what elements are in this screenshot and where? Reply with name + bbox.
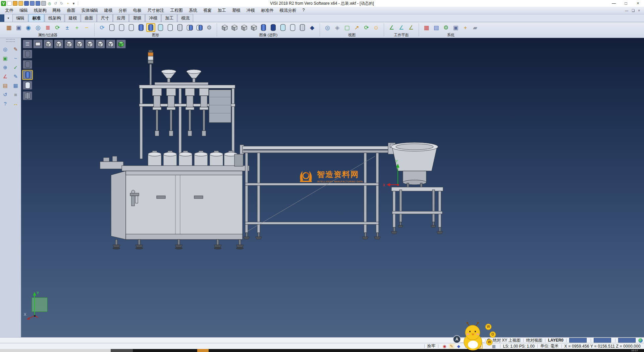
- menu-item-14[interactable]: 加工: [215, 7, 229, 14]
- solid-shaded-icon[interactable]: [259, 23, 268, 32]
- shade-hidden-line-icon[interactable]: [23, 91, 32, 100]
- refresh-rotate-icon[interactable]: ↺: [1, 91, 9, 98]
- edit-delete-pencil-icon[interactable]: ✎: [11, 45, 20, 53]
- layer-color-swatch[interactable]: [594, 338, 611, 343]
- view-add-solid-icon[interactable]: [220, 23, 229, 32]
- preview-icon[interactable]: ◎: [47, 1, 52, 6]
- layers-palette-icon[interactable]: ▤: [1, 82, 9, 89]
- menu-item-17[interactable]: 标准件: [258, 7, 277, 14]
- menu-item-12[interactable]: 系统: [186, 7, 200, 14]
- solid-wireframe-icon[interactable]: [298, 23, 307, 32]
- machine-3d-model[interactable]: Y X: [21, 38, 644, 337]
- options-window-icon[interactable]: ▣: [451, 23, 460, 32]
- minimize-button[interactable]: —: [608, 0, 620, 7]
- mdi-restore-icon[interactable]: ❏: [632, 9, 635, 12]
- workplane-edit-icon[interactable]: ∠: [397, 23, 406, 32]
- menu-item-19[interactable]: ?: [300, 7, 308, 14]
- view-menu-icon[interactable]: ☰: [23, 40, 32, 48]
- view-iso-4-icon[interactable]: [75, 40, 84, 48]
- menu-item-13[interactable]: 视窗: [200, 7, 215, 14]
- active-layer-label[interactable]: LAYER0: [548, 338, 564, 343]
- hide-minus-eye-icon[interactable]: −: [82, 23, 91, 32]
- save-as-icon[interactable]: [30, 1, 35, 6]
- menu-item-11[interactable]: 工程图: [167, 7, 186, 14]
- menu-item-7[interactable]: 建模: [101, 7, 116, 14]
- menu-item-5[interactable]: 曲面: [64, 7, 78, 14]
- tab-6[interactable]: 尺寸: [97, 14, 113, 22]
- regenerate-icon[interactable]: ⟳: [98, 23, 107, 32]
- tab-3[interactable]: 线架构: [45, 14, 65, 22]
- workplane-align-icon[interactable]: ∠: [407, 23, 416, 32]
- zoom-previous-icon[interactable]: ◎: [323, 23, 332, 32]
- tab-9[interactable]: 冲模: [145, 14, 161, 22]
- zoom-window-frame-icon[interactable]: ▢: [342, 23, 352, 32]
- shading-copy-pair-icon[interactable]: [185, 23, 194, 32]
- menu-item-9[interactable]: 电极: [130, 7, 145, 14]
- gem-view-icon[interactable]: ◆: [308, 23, 317, 32]
- shade-wireframe-1-icon[interactable]: [23, 50, 32, 58]
- menu-item-15[interactable]: 塑模: [229, 7, 244, 14]
- scale-label[interactable]: LS: 1.00 PS: 1.00: [503, 344, 535, 349]
- tab-4[interactable]: 建模: [65, 14, 80, 22]
- refresh-visibility-eye-icon[interactable]: ⟳: [53, 23, 62, 32]
- shading-shaded-edges-icon[interactable]: [146, 23, 155, 32]
- mdi-close-icon[interactable]: ×: [638, 9, 640, 12]
- toolbar-grip[interactable]: [6, 39, 15, 42]
- undo-icon[interactable]: ↺: [53, 1, 58, 6]
- tab-7[interactable]: 应用: [113, 14, 129, 22]
- menu-item-3[interactable]: 线架构: [31, 7, 50, 14]
- zoom-solid-icon[interactable]: ◈: [333, 23, 342, 32]
- shading-shaded-icon[interactable]: [137, 23, 146, 32]
- shading-flat-icon[interactable]: [166, 23, 175, 32]
- view-mode-label[interactable]: 绝对 XY 上视图: [493, 338, 520, 343]
- lock-mode-label[interactable]: 拴牢: [427, 343, 435, 349]
- close-button[interactable]: ×: [632, 0, 644, 7]
- redo-icon[interactable]: ↻: [59, 1, 64, 6]
- view-traffic-solid-icon[interactable]: [230, 23, 239, 32]
- layer-color-swatch[interactable]: [618, 338, 636, 343]
- view-orientation-smiley-icon[interactable]: ☺: [372, 23, 381, 32]
- view-refresh-solid-icon[interactable]: [239, 23, 249, 32]
- workplane-by-geometry-icon[interactable]: ∠: [387, 23, 396, 32]
- tab-8[interactable]: 塑膜: [129, 14, 145, 22]
- save-all-icon[interactable]: [36, 1, 40, 6]
- qa-dropdown-icon[interactable]: ▾: [71, 1, 76, 6]
- palette-window-icon[interactable]: ▤: [432, 23, 441, 32]
- spline-pencil-icon[interactable]: ✎: [11, 73, 20, 80]
- dimension-arrow-icon[interactable]: ↔: [11, 100, 20, 107]
- filter-traffic-light-icon[interactable]: ≣: [43, 23, 52, 32]
- history-undo-icon[interactable]: ◔: [65, 1, 70, 6]
- zoom-solid-plus-icon[interactable]: ⊕: [1, 63, 9, 71]
- shade-shaded-icon[interactable]: [23, 71, 32, 79]
- solid-cube-icon[interactable]: ■: [11, 91, 20, 98]
- shade-ghost-icon[interactable]: [23, 81, 32, 90]
- copy-attributes-icon[interactable]: ▣: [14, 23, 23, 32]
- render-settings-icon[interactable]: ⚙: [205, 23, 214, 32]
- visi-logo-icon[interactable]: V: [1, 1, 6, 6]
- layer-color-swatch[interactable]: [569, 338, 587, 343]
- view-iso-7-icon[interactable]: [106, 40, 115, 48]
- menu-item-8[interactable]: 分析: [116, 7, 130, 14]
- shading-solid-pair-icon[interactable]: [195, 23, 204, 32]
- view-iso-5-icon[interactable]: [85, 40, 95, 48]
- units-label[interactable]: 单位: 毫米: [540, 343, 559, 349]
- menu-item-18[interactable]: 模流分析: [277, 7, 300, 14]
- menu-item-16[interactable]: 冲模: [244, 7, 258, 14]
- new-file-icon[interactable]: [7, 1, 12, 6]
- view-iso-2-icon[interactable]: [54, 40, 63, 48]
- system-config-icon[interactable]: ⚙: [441, 23, 450, 32]
- query-magnifier-icon[interactable]: ◎: [1, 45, 9, 53]
- record-lock-icon[interactable]: ◉: [442, 344, 447, 349]
- shading-wireframe-2-icon[interactable]: [117, 23, 126, 32]
- globe-icon[interactable]: [638, 338, 643, 343]
- wcs-axes-icon[interactable]: ∠: [1, 73, 9, 80]
- menu-item-10[interactable]: 尺寸标注: [145, 7, 167, 14]
- show-add-eye-icon[interactable]: ◉: [24, 23, 33, 32]
- shading-transparent-icon[interactable]: [156, 23, 165, 32]
- solid-copy-page-icon[interactable]: [288, 23, 297, 32]
- shading-hidden-line-icon[interactable]: [175, 23, 184, 32]
- toggle-visibility-eye-icon[interactable]: ±: [63, 23, 72, 32]
- view-shaded-green-icon[interactable]: [116, 40, 126, 48]
- show-plus-eye-icon[interactable]: +: [72, 23, 82, 32]
- refresh-view-icon[interactable]: ⟳: [362, 23, 371, 32]
